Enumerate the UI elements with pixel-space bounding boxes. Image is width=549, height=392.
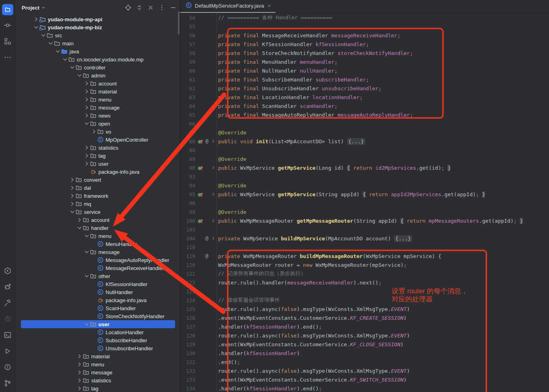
chevron-down-icon[interactable] (84, 233, 90, 239)
kebab-icon[interactable] (158, 4, 165, 11)
tree-item-service[interactable]: service (15, 208, 180, 216)
chevron-right-icon[interactable] (84, 104, 90, 111)
tab-defaultmpservicefactory[interactable]: C DefaultMpServiceFactory.java × (180, 0, 276, 13)
tree-item-messageautoreplyhandler[interactable]: CMessageAutoReplyHandler (15, 256, 180, 264)
chevron-right-icon[interactable] (69, 177, 76, 183)
tree-item-tag[interactable]: tag (15, 152, 180, 160)
tree-item-mpopencontroller[interactable]: CMpOpenController (15, 136, 180, 144)
tree-item-locationhandler[interactable]: CLocationHandler (15, 328, 180, 336)
chevron-right-icon[interactable] (69, 201, 76, 207)
terminal-icon[interactable] (2, 327, 14, 343)
fold-chevron-icon[interactable] (210, 138, 216, 144)
tree-item-account[interactable]: account (15, 216, 180, 224)
tree-item-other[interactable]: other (15, 272, 180, 280)
fold-chevron-icon[interactable] (210, 165, 216, 171)
chevron-right-icon[interactable] (84, 80, 90, 87)
chevron-down-icon[interactable] (76, 225, 83, 231)
project-tool-icon[interactable] (2, 2, 14, 17)
profiler-icon[interactable] (2, 311, 14, 327)
tree-item-messagereceivehandler[interactable]: CMessageReceiveHandler (15, 264, 180, 272)
build-icon[interactable] (2, 295, 14, 311)
chevron-right-icon[interactable] (69, 185, 76, 191)
problems-icon[interactable] (2, 359, 14, 375)
chevron-right-icon[interactable] (84, 112, 90, 119)
chevron-down-icon[interactable] (84, 321, 90, 327)
chevron-down-icon[interactable] (84, 273, 90, 279)
code-area[interactable]: 54 // ========== 各种 Handler ==========55… (180, 13, 549, 392)
tree-item-subscribehandler[interactable]: CSubscribeHandler (15, 336, 180, 344)
services-icon[interactable] (2, 263, 14, 279)
tree-item-controller[interactable]: controller (15, 63, 180, 71)
chevron-right-icon[interactable] (91, 128, 97, 135)
chevron-down-icon[interactable] (55, 48, 61, 55)
chevron-right-icon[interactable] (84, 96, 90, 103)
chevron-right-icon[interactable] (84, 88, 90, 95)
tree-item-convert[interactable]: convert (15, 176, 180, 184)
fold-chevron-icon[interactable] (210, 191, 216, 197)
tree-item-yudao-module-mp-biz[interactable]: yudao-module-mp-biz (15, 23, 180, 31)
fold-chevron-icon[interactable] (210, 217, 216, 224)
target-icon[interactable] (124, 4, 132, 11)
tree-item-message[interactable]: message (15, 104, 180, 112)
tree-item-user[interactable]: user (15, 160, 180, 168)
tree-item-nullhandler[interactable]: CNullHandler (15, 288, 180, 296)
tree-item-statistics[interactable]: statistics (15, 376, 180, 384)
tab-close-icon[interactable]: × (267, 3, 271, 9)
tree-item-main[interactable]: main (15, 39, 180, 47)
chevron-down-icon[interactable] (47, 40, 54, 47)
tree-item-news[interactable]: news (15, 112, 180, 120)
tree-item-menu[interactable]: menu (15, 360, 180, 368)
tree-item-material[interactable]: material (15, 87, 180, 95)
tree-item-src[interactable]: src (15, 31, 180, 39)
expand-icon[interactable] (136, 4, 143, 11)
project-panel-title[interactable]: Project (22, 5, 46, 11)
chevron-down-icon[interactable] (76, 72, 83, 79)
project-scrollbar[interactable] (178, 11, 180, 35)
tree-item-menu[interactable]: menu (15, 232, 180, 240)
chevron-right-icon[interactable] (69, 193, 76, 199)
tree-item-package-info-java[interactable]: package-info.java (15, 296, 180, 304)
git-icon[interactable] (2, 375, 14, 391)
tree-item-admin[interactable]: admin (15, 71, 180, 79)
tree-item-storechecknotifyhandler[interactable]: CStoreCheckNotifyHandler (15, 312, 180, 320)
tree-item-unsubscribehandler[interactable]: CUnsubscribeHandler (15, 344, 180, 352)
tree-item-open[interactable]: open (15, 120, 180, 128)
commit-icon[interactable] (2, 17, 14, 33)
tree-item-tag[interactable]: tag (15, 384, 180, 392)
chevron-down-icon[interactable] (84, 120, 90, 127)
tree-item-menuhandler[interactable]: CMenuHandler (15, 240, 180, 248)
run-icon[interactable] (2, 343, 14, 359)
chevron-right-icon[interactable] (84, 160, 90, 167)
chevron-down-icon[interactable] (62, 56, 68, 63)
chevron-right-icon[interactable] (33, 16, 39, 22)
tree-item-scanhandler[interactable]: CScanHandler (15, 304, 180, 312)
chevron-down-icon[interactable] (84, 249, 90, 255)
tree-item-kfsessionhandler[interactable]: CKfSessionHandler (15, 280, 180, 288)
tree-item-menu[interactable]: menu (15, 95, 180, 104)
chevron-right-icon[interactable] (76, 377, 83, 384)
tree-item-user[interactable]: user (21, 320, 175, 328)
chevron-right-icon[interactable] (76, 369, 83, 376)
chevron-down-icon[interactable] (40, 32, 47, 39)
tree-item-vo[interactable]: vo (15, 128, 180, 136)
tree-item-message[interactable]: message (15, 368, 180, 376)
chevron-down-icon[interactable] (33, 24, 39, 30)
chevron-down-icon[interactable] (69, 209, 76, 215)
chevron-right-icon[interactable] (84, 144, 90, 151)
chevron-right-icon[interactable] (76, 217, 83, 223)
collapse-icon[interactable] (147, 4, 154, 11)
debug-icon[interactable] (2, 279, 14, 295)
tree-item-yudao-module-mp-api[interactable]: yudao-module-mp-api (15, 15, 180, 23)
chevron-right-icon[interactable] (76, 361, 83, 368)
chevron-right-icon[interactable] (76, 385, 83, 392)
tree-item-statistics[interactable]: statistics (15, 144, 180, 152)
fold-chevron-icon[interactable] (210, 235, 216, 242)
tree-item-handler[interactable]: handler (15, 224, 180, 232)
chevron-right-icon[interactable] (84, 152, 90, 159)
tree-item-framework[interactable]: framework (15, 192, 180, 200)
tree-item-mq[interactable]: mq (15, 200, 180, 208)
tree-item-account[interactable]: account (15, 79, 180, 87)
tree-item-message[interactable]: message (15, 248, 180, 256)
chevron-down-icon[interactable] (69, 64, 76, 71)
tree-item-material[interactable]: material (15, 352, 180, 360)
